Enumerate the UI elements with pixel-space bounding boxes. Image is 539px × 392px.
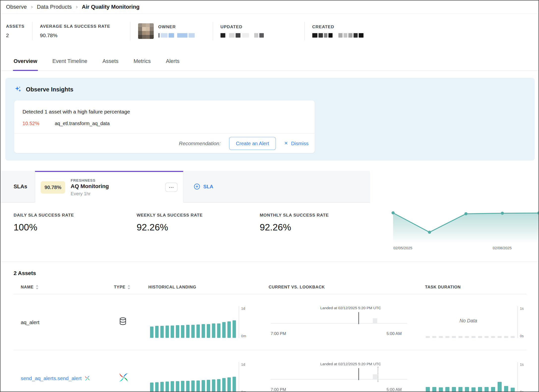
task-duration-chart: No Data 1s 0s xyxy=(426,306,526,338)
landing-marker xyxy=(359,312,359,324)
add-sla-button[interactable]: SLA xyxy=(192,183,215,190)
updated-label: UPDATED xyxy=(220,25,297,29)
historical-landing-chart: 1d 0m xyxy=(150,306,269,338)
metric-daily-sla: DAILY SLA SUCCESS RATE 100% xyxy=(14,213,137,262)
insights-title: Observe Insights xyxy=(26,86,73,93)
weekly-sla-label: WEEKLY SLA SUCCESS RATE xyxy=(137,213,260,218)
recommendation-label: Recommendation: xyxy=(179,140,221,146)
tab-alerts[interactable]: Alerts xyxy=(165,52,180,70)
no-data-label: No Data xyxy=(426,318,511,323)
dismiss-icon: ✕ xyxy=(284,141,288,146)
create-alert-button[interactable]: Create an Alert xyxy=(229,137,276,150)
x-axis-start-label: 7:00 PM xyxy=(271,331,286,336)
historical-landing-chart: 1d 0m xyxy=(150,362,269,392)
x-axis-end-label: 5:00 AM xyxy=(387,331,402,336)
redacted-updated-value xyxy=(220,33,297,38)
monthly-sla-value: 92.26% xyxy=(260,222,383,233)
daily-sla-value: 100% xyxy=(14,222,137,233)
breadcrumb: Observe › Data Products › Air Quality Mo… xyxy=(0,0,539,14)
type-header-label: TYPE xyxy=(114,285,125,289)
add-sla-label: SLA xyxy=(203,184,213,189)
chevron-right-icon: › xyxy=(31,4,33,10)
baseline xyxy=(271,379,407,379)
observe-insights-panel: Observe Insights Detected 1 asset with a… xyxy=(5,78,535,161)
page-tabs: Overview Event Timeline Assets Metrics A… xyxy=(0,52,539,71)
sla-success-badge: 90.78% xyxy=(41,181,65,194)
stat-avg-sla: AVERAGE SLA SUCCESS RATE 90.78% xyxy=(40,24,122,38)
stat-created: CREATED xyxy=(312,25,363,38)
sla-name: AQ Monitoring xyxy=(71,183,160,190)
owner-avatar xyxy=(138,23,154,39)
database-icon xyxy=(119,317,127,326)
y-axis-min-label: 0s xyxy=(520,334,526,338)
daily-sla-label: DAILY SLA SUCCESS RATE xyxy=(14,213,137,218)
asset-name-link[interactable]: send_aq_alerts.send_alert xyxy=(14,375,114,381)
breadcrumb-observe[interactable]: Observe xyxy=(6,4,27,10)
assets-label: ASSETS xyxy=(6,24,25,28)
chevron-right-icon: › xyxy=(76,4,78,10)
redacted-created-value xyxy=(312,33,363,38)
assets-table-header: NAME TYPE HISTORICAL LANDING CURRENT VS.… xyxy=(14,285,527,294)
sla-metrics-row: DAILY SLA SUCCESS RATE 100% WEEKLY SLA S… xyxy=(0,202,539,262)
tab-metrics[interactable]: Metrics xyxy=(133,52,151,70)
y-axis-min-label: 0m xyxy=(241,390,248,392)
sparkle-icon xyxy=(14,85,22,94)
divider xyxy=(32,22,32,40)
tab-overview[interactable]: Overview xyxy=(13,52,38,70)
tab-event-timeline[interactable]: Event Timeline xyxy=(52,52,88,70)
breadcrumb-current-page: Air Quality Monitoring xyxy=(82,4,140,10)
metric-weekly-sla: WEEKLY SLA SUCCESS RATE 92.26% xyxy=(137,213,260,262)
y-axis-min-label: 0s xyxy=(520,390,526,392)
lookback-bar xyxy=(373,318,377,323)
dismiss-label: Dismiss xyxy=(291,140,308,146)
sla-more-button[interactable]: ⋯ xyxy=(165,183,178,192)
landed-annotation: Landed at 02/12/2025 5:20 PM UTC xyxy=(320,362,381,366)
sort-icon xyxy=(36,285,39,289)
y-axis-max-label: 1d xyxy=(241,306,248,310)
sla-schedule: Every 1hr xyxy=(71,191,160,196)
sla-tab-aq-monitoring[interactable]: 90.78% FRESHNESS AQ Monitoring Every 1hr… xyxy=(35,171,183,203)
asset-name: aq_alert xyxy=(14,319,114,325)
weekly-sla-value: 92.26% xyxy=(137,222,260,233)
sla-kind-label: FRESHNESS xyxy=(71,178,160,182)
current-vs-lookback-chart: Landed at 02/12/2025 5:20 PM UTC 7:00 PM… xyxy=(269,302,411,342)
airflow-icon xyxy=(119,372,129,383)
airflow-icon xyxy=(84,375,90,381)
asset-type-cell xyxy=(114,372,149,384)
asset-row-aq-alert: aq_alert 1d 0m Landed at 02/12/2025 5:20… xyxy=(14,294,527,350)
trend-date-start: 02/05/2025 xyxy=(393,246,412,250)
x-axis-end-label: 5:00 AM xyxy=(387,387,402,392)
plus-circle-icon xyxy=(194,183,200,190)
insight-card: Detected 1 asset with a high failure per… xyxy=(14,100,315,153)
column-header-name[interactable]: NAME xyxy=(14,285,114,289)
column-header-task-duration: TASK DURATION xyxy=(425,285,526,289)
insight-headline: Detected 1 asset with a high failure per… xyxy=(14,100,315,119)
current-vs-lookback-chart: Landed at 02/12/2025 5:20 PM UTC 7:00 PM… xyxy=(269,358,411,392)
created-label: CREATED xyxy=(312,25,363,29)
stat-owner: OWNER xyxy=(138,23,205,39)
asset-row-send-aq-alerts: send_aq_alerts.send_alert xyxy=(14,350,527,392)
x-axis-start-label: 7:00 PM xyxy=(271,387,286,392)
landing-marker xyxy=(359,368,359,380)
redacted-owner-name xyxy=(158,33,195,38)
monthly-sla-label: MONTHLY SLA SUCCESS RATE xyxy=(260,213,383,218)
stats-bar: ASSETS 2 AVERAGE SLA SUCCESS RATE 90.78%… xyxy=(0,14,539,48)
y-axis-max-label: 1d xyxy=(241,362,248,366)
y-axis-max-label: 1s xyxy=(520,362,526,366)
column-header-type[interactable]: TYPE xyxy=(114,285,149,289)
landed-annotation: Landed at 02/12/2025 5:20 PM UTC xyxy=(320,306,381,310)
dismiss-button[interactable]: ✕ Dismiss xyxy=(284,140,308,146)
trend-date-end: 02/08/2025 xyxy=(493,246,511,250)
page-canvas: Observe › Data Products › Air Quality Mo… xyxy=(0,0,539,392)
asset-type-cell xyxy=(114,317,149,327)
assets-section: 2 Assets NAME TYPE HISTORICAL LANDING CU… xyxy=(0,262,539,392)
tab-assets[interactable]: Assets xyxy=(102,52,119,70)
now-marker xyxy=(378,367,379,382)
breadcrumb-data-products[interactable]: Data Products xyxy=(37,4,72,10)
owner-label: OWNER xyxy=(158,25,195,29)
y-axis-max-label: 1s xyxy=(520,306,526,310)
assets-value: 2 xyxy=(6,32,25,38)
avg-sla-value: 90.78% xyxy=(40,32,122,38)
task-duration-chart: 1s 0s xyxy=(426,362,526,392)
assets-section-title: 2 Assets xyxy=(14,270,527,276)
